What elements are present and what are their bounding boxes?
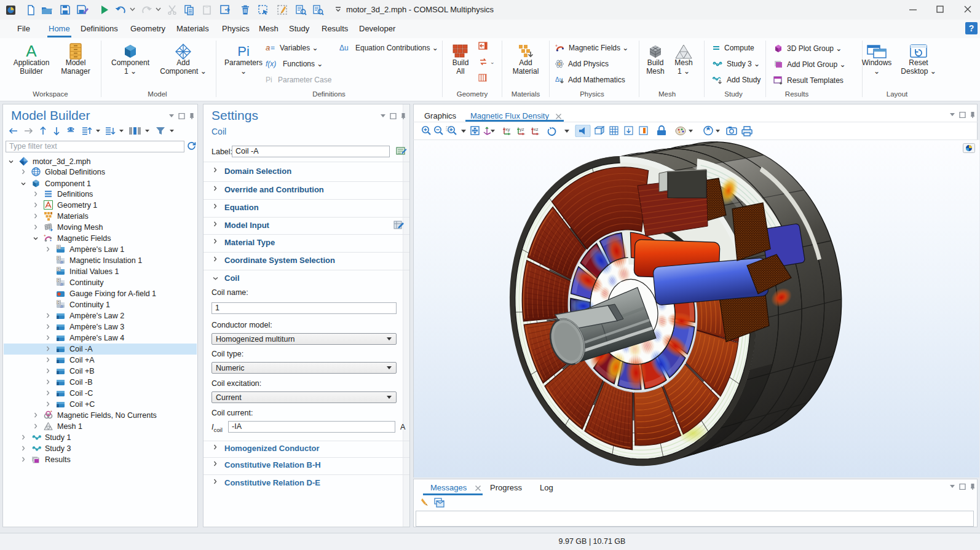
svg-text:*: *	[50, 239, 52, 243]
svg-text:D: D	[58, 245, 60, 249]
svg-text:=: =	[271, 44, 275, 52]
svg-text:xz: xz	[534, 127, 539, 132]
svg-text:+: +	[555, 44, 558, 48]
svg-text:a: a	[266, 44, 270, 52]
svg-text:ⅅ: ⅅ	[60, 261, 63, 264]
svg-text:Pi: Pi	[266, 76, 272, 84]
svg-text:xy: xy	[505, 127, 510, 132]
svg-text:yz: yz	[520, 127, 524, 132]
svg-text:ⅅ: ⅅ	[60, 283, 63, 286]
svg-text:*: *	[50, 411, 52, 414]
svg-text:A: A	[26, 43, 37, 59]
svg-text:+: +	[44, 234, 46, 238]
svg-text:D: D	[58, 256, 60, 260]
svg-text:D: D	[58, 301, 60, 304]
svg-text:Pi: Pi	[237, 44, 250, 59]
svg-text:D: D	[58, 278, 60, 282]
svg-text:D: D	[58, 267, 60, 271]
svg-text:Δu: Δu	[339, 44, 349, 52]
svg-text:f(x): f(x)	[266, 60, 276, 68]
svg-text:ⅅ: ⅅ	[60, 305, 63, 308]
